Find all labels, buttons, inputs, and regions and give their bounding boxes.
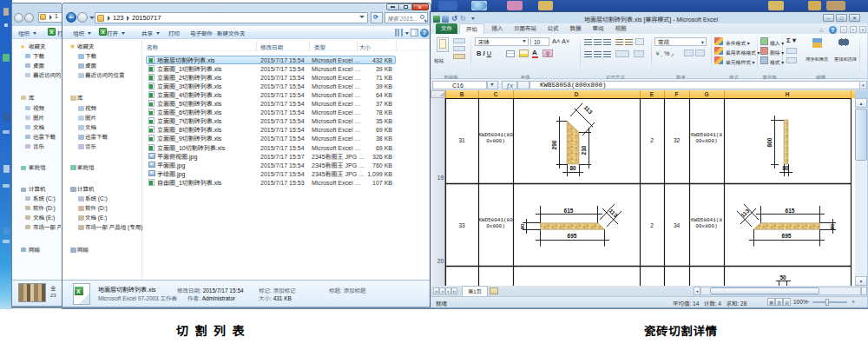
svg-text:80: 80 [520,223,525,229]
svg-text:615: 615 [564,208,574,214]
svg-text:210: 210 [581,145,587,155]
svg-text:80: 80 [830,223,835,229]
svg-text:113: 113 [608,208,620,219]
svg-text:80: 80 [782,165,789,171]
svg-text:800: 800 [766,137,773,147]
svg-text:50: 50 [779,274,786,281]
svg-text:615: 615 [786,208,795,214]
svg-text:695: 695 [568,233,577,239]
svg-text:113: 113 [583,104,595,116]
svg-text:290: 290 [551,140,557,149]
svg-text:80: 80 [569,165,576,171]
svg-text:695: 695 [782,233,792,239]
